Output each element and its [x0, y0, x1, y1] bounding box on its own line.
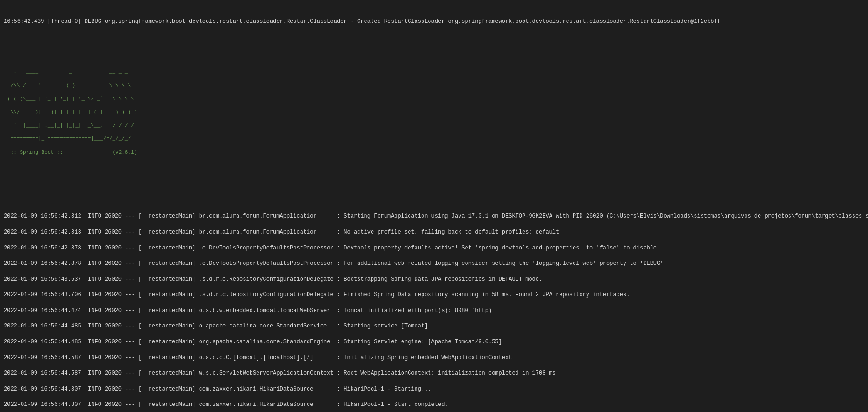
log-line: 2022-01-09 16:56:44.587 INFO 26020 --- [… [4, 354, 864, 362]
log-line: 2022-01-09 16:56:42.812 INFO 26020 --- [… [4, 213, 864, 220]
log-line: 2022-01-09 16:56:44.587 INFO 26020 --- [… [4, 369, 864, 377]
spring-logo-line: \\/ ___)| |_)| | | | | || (_| | ) ) ) ) [7, 109, 861, 115]
spring-logo: . ____ _ __ _ _ /\\ / ___'_ __ _ _(_)_ _… [4, 67, 864, 163]
log-line: 2022-01-09 16:56:43.637 INFO 26020 --- [… [4, 276, 864, 284]
debug-header-line: 16:56:42.439 [Thread-0] DEBUG org.spring… [4, 18, 864, 26]
log-line: 2022-01-09 16:56:42.813 INFO 26020 --- [… [4, 228, 864, 236]
spring-logo-line: . ____ _ __ _ _ [7, 69, 861, 75]
spring-logo-line: ( ( )\___ | '_ | '_| | '_ \/ _` | \ \ \ … [7, 96, 861, 102]
log-line: 2022-01-09 16:56:42.878 INFO 26020 --- [… [4, 260, 864, 268]
console-output: 16:56:42.439 [Thread-0] DEBUG org.spring… [0, 0, 868, 412]
log-line: 2022-01-09 16:56:43.706 INFO 26020 --- [… [4, 291, 864, 299]
log-line: 2022-01-09 16:56:44.807 INFO 26020 --- [… [4, 385, 864, 393]
spring-logo-line: ' |____| .__|_| |_|_| |_\__, | / / / / [7, 122, 861, 129]
log-line: 2022-01-09 16:56:44.485 INFO 26020 --- [… [4, 322, 864, 330]
spring-logo-line: :: Spring Boot :: (v2.6.1) [7, 149, 861, 156]
log-line: 2022-01-09 16:56:44.807 INFO 26020 --- [… [4, 401, 864, 409]
log-line: 2022-01-09 16:56:44.474 INFO 26020 --- [… [4, 307, 864, 315]
log-lines-container: 2022-01-09 16:56:42.812 INFO 26020 --- [… [4, 213, 864, 412]
spring-logo-line: /\\ / ___'_ __ _ _(_)_ __ __ _ \ \ \ \ [7, 82, 861, 89]
log-line: 2022-01-09 16:56:42.878 INFO 26020 --- [… [4, 244, 864, 252]
log-line: 2022-01-09 16:56:44.485 INFO 26020 --- [… [4, 338, 864, 346]
spring-logo-line: =========|_|==============|___/=/_/_/_/ [7, 135, 861, 142]
